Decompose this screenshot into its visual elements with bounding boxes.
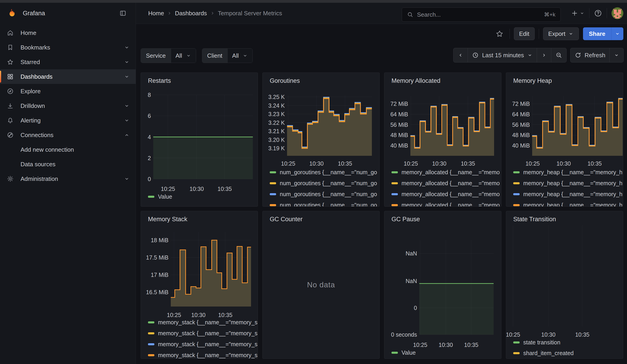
sidebar-nav: HomeBookmarksStarredDashboardsExploreDri…: [0, 26, 136, 186]
legend-item[interactable]: memory_stack {__name__="memory_s: [148, 330, 258, 337]
breadcrumb-dashboards[interactable]: Dashboards: [175, 10, 207, 17]
sidebar-item-dashboards[interactable]: Dashboards: [0, 69, 136, 84]
legend-item[interactable]: memory_heap {__name__="memory_h: [513, 202, 623, 207]
panel-memory-stack: Memory Stack18 MiB17.5 MiB17 MiB16.5 MiB…: [141, 211, 258, 359]
sidebar-item-drilldown[interactable]: Drilldown: [0, 99, 136, 113]
sidebar-item-explore[interactable]: Explore: [0, 84, 136, 99]
panel-title[interactable]: State Transition: [513, 216, 556, 223]
legend-label: memory_allocated {__name__="memo: [402, 180, 500, 187]
sidebar-item-starred[interactable]: Starred: [0, 55, 136, 69]
panel-title[interactable]: Goroutines: [270, 77, 300, 84]
panel-title[interactable]: Memory Allocated: [391, 77, 440, 84]
legend-item[interactable]: memory_allocated {__name__="memo: [391, 169, 500, 176]
y-tick-label: 40 MiB: [384, 142, 408, 149]
legend-item[interactable]: num_goroutines {__name__="num_go: [270, 191, 377, 198]
legend-label: num_goroutines {__name__="num_go: [280, 180, 377, 187]
add-menu-button[interactable]: [571, 9, 585, 17]
drilldown-icon: [7, 103, 14, 109]
user-avatar[interactable]: [612, 7, 623, 19]
sidebar-item-label: Dashboards: [20, 73, 52, 80]
legend-swatch: [148, 343, 154, 345]
legend-item[interactable]: memory_allocated {__name__="memo: [391, 191, 500, 198]
panel-title[interactable]: GC Pause: [391, 216, 420, 223]
client-filter-value[interactable]: All: [228, 49, 252, 63]
x-tick-label: 10:25: [506, 331, 527, 338]
favorite-star-icon[interactable]: [495, 30, 504, 38]
refresh-interval-button[interactable]: [610, 48, 623, 62]
x-tick-label: 10:25: [407, 341, 434, 348]
x-tick-label: 10:35: [211, 312, 239, 318]
legend-swatch: [513, 171, 520, 173]
legend-item[interactable]: num_goroutines {__name__="num_go: [270, 180, 377, 187]
legend-item[interactable]: memory_allocated {__name__="memo: [391, 202, 500, 207]
edit-button[interactable]: Edit: [514, 27, 535, 40]
panel-gc-pause: GC PauseNaNNaN00 seconds10:2510:3010:35V…: [384, 211, 501, 359]
sidebar-item-connections[interactable]: Connections: [0, 128, 136, 142]
y-tick-label: 3.20 K: [262, 136, 285, 143]
chevron-down-icon: [579, 11, 585, 16]
dashboard-toolbar: Edit Export Share: [136, 24, 627, 44]
y-tick-label: 0: [141, 176, 151, 182]
search-input[interactable]: Search... ⌘+k: [402, 7, 561, 22]
legend-item[interactable]: memory_heap {__name__="memory_h: [513, 169, 623, 176]
share-menu-button[interactable]: [611, 27, 623, 40]
legend-swatch: [513, 182, 520, 184]
chevron-down-icon: [614, 52, 619, 58]
sidebar-item-data-sources[interactable]: Data sources: [0, 157, 136, 171]
sidebar-item-administration[interactable]: Administration: [0, 171, 136, 186]
legend-item[interactable]: state transition: [513, 339, 560, 346]
breadcrumb-home[interactable]: Home: [148, 10, 164, 17]
y-tick-label: NaN: [384, 250, 417, 257]
export-button[interactable]: Export: [543, 27, 579, 40]
x-tick-label: 10:25: [154, 185, 182, 192]
sidebar-item-label: Data sources: [20, 161, 55, 168]
x-tick-label: 10:35: [211, 185, 238, 192]
sidebar-item-label: Administration: [20, 175, 58, 182]
sidebar-item-home[interactable]: Home: [0, 26, 136, 40]
panel-title[interactable]: GC Counter: [270, 216, 303, 223]
time-shift-forward-button[interactable]: [537, 48, 551, 62]
share-split-button: Share: [583, 27, 623, 40]
x-tick-label: 10:35: [458, 341, 485, 348]
x-tick-label: 10:25: [397, 160, 424, 167]
search-shortcut: ⌘+k: [544, 11, 555, 18]
legend-item[interactable]: Value: [391, 349, 416, 356]
breadcrumb: Home Dashboards Temporal Server Metrics: [148, 3, 282, 24]
legend-item[interactable]: num_goroutines {__name__="num_go: [270, 202, 377, 207]
panel-restarts: Restarts8642010:2510:3010:35Value: [141, 73, 258, 207]
legend-item[interactable]: memory_stack {__name__="memory_s: [148, 341, 258, 348]
panel-title[interactable]: Memory Heap: [513, 77, 552, 84]
legend-item[interactable]: shard_item_created: [513, 350, 574, 357]
legend-item[interactable]: memory_stack {__name__="memory_s: [148, 352, 258, 359]
x-tick-label: 10:30: [550, 160, 577, 167]
collapse-sidebar-icon[interactable]: [119, 9, 127, 17]
chevron-down-icon: [124, 59, 130, 65]
sidebar-item-alerting[interactable]: Alerting: [0, 113, 136, 128]
connections-icon: [7, 132, 14, 138]
panel-title[interactable]: Restarts: [148, 77, 171, 84]
sidebar-item-bookmarks[interactable]: Bookmarks: [0, 40, 136, 55]
y-tick-label: 48 MiB: [506, 132, 530, 138]
y-tick-label: 0: [384, 305, 417, 311]
legend-item[interactable]: num_goroutines {__name__="num_go: [270, 169, 377, 176]
legend-item[interactable]: memory_heap {__name__="memory_h: [513, 191, 623, 198]
service-filter-value[interactable]: All: [171, 49, 196, 63]
zoom-out-button[interactable]: [551, 48, 566, 62]
chevron-right-icon: [210, 10, 215, 16]
time-range-picker[interactable]: Last 15 minutes: [468, 48, 537, 62]
sidebar-item-add-new-connection[interactable]: Add new connection: [0, 142, 136, 157]
brand-name: Grafana: [23, 10, 45, 17]
legend-label: num_goroutines {__name__="num_go: [280, 169, 377, 176]
legend-item[interactable]: memory_heap {__name__="memory_h: [513, 180, 623, 187]
panel-title[interactable]: Memory Stack: [148, 216, 187, 223]
legend-swatch: [391, 193, 398, 195]
share-button[interactable]: Share: [583, 27, 611, 40]
legend-item[interactable]: memory_stack {__name__="memory_s: [148, 319, 258, 326]
time-shift-back-button[interactable]: [454, 48, 468, 62]
legend-item[interactable]: Value: [148, 193, 172, 200]
y-tick-label: 16.5 MiB: [141, 289, 168, 296]
refresh-button[interactable]: Refresh: [571, 48, 610, 62]
help-button[interactable]: [594, 9, 602, 17]
chevron-down-icon: [186, 53, 191, 58]
legend-item[interactable]: memory_allocated {__name__="memo: [391, 180, 500, 187]
